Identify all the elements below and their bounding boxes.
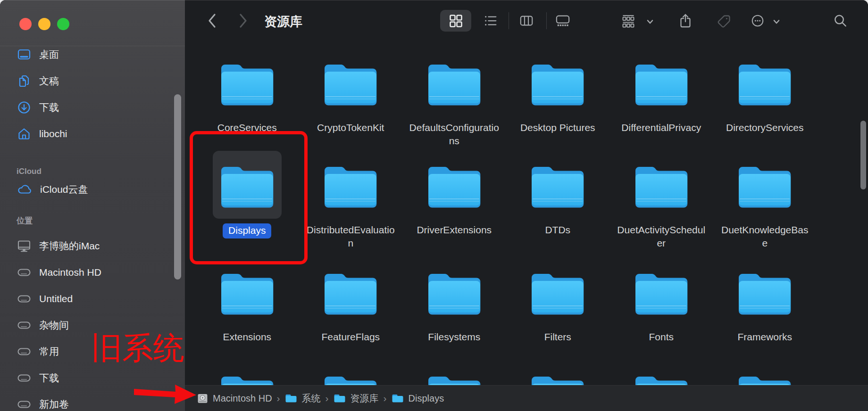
- folder-item[interactable]: Fonts: [609, 270, 713, 344]
- home-icon: [17, 127, 31, 141]
- folder-item[interactable]: Frameworks: [713, 270, 817, 344]
- folder-icon: [426, 270, 482, 315]
- folder-item[interactable]: Extensions: [195, 270, 299, 344]
- sidebar-item-home[interactable]: libochi: [0, 121, 185, 147]
- folder-item[interactable]: DifferentialPrivacy: [609, 60, 713, 148]
- path-label: 系统: [302, 392, 321, 405]
- path-item-macintosh-hd[interactable]: Macintosh HD: [197, 393, 272, 404]
- sidebar-scrollbar-thumb[interactable]: [174, 94, 181, 279]
- annotation-box: [190, 131, 308, 264]
- list-view-icon: [484, 14, 498, 28]
- search-button[interactable]: [833, 13, 848, 28]
- sidebar-item-desktop[interactable]: 桌面: [0, 41, 185, 68]
- desktop-icon: [17, 48, 31, 61]
- sidebar-item-label: Untitled: [39, 293, 73, 304]
- path-item-system[interactable]: 系统: [285, 392, 321, 405]
- columns-view-button[interactable]: [519, 14, 534, 28]
- folder-label: Extensions: [223, 330, 271, 344]
- more-chevron[interactable]: [773, 18, 780, 25]
- zoom-button[interactable]: [57, 18, 69, 30]
- folder-item[interactable]: DTDs: [506, 163, 610, 250]
- path-separator: ›: [384, 393, 387, 404]
- folder-label: Fonts: [649, 330, 674, 344]
- sidebar-item-imac[interactable]: 李博驰的iMac: [0, 233, 185, 259]
- close-button[interactable]: [19, 18, 32, 30]
- group-button[interactable]: [621, 14, 636, 29]
- drive-icon: [17, 399, 31, 410]
- search-icon: [833, 13, 848, 28]
- folder-label: DriverExtensions: [417, 223, 492, 237]
- annotation-arrow: [131, 382, 200, 404]
- sidebar-item-macintosh-hd[interactable]: Macintosh HD: [0, 259, 185, 286]
- folder-item[interactable]: FeatureFlags: [299, 270, 403, 344]
- more-options-button[interactable]: [751, 14, 765, 28]
- sidebar-item-label: libochi: [39, 128, 67, 140]
- folder-icon: [634, 163, 689, 208]
- folder-icon: [634, 270, 689, 315]
- drive-icon: [17, 267, 31, 278]
- folder-item[interactable]: DriverExtensions: [402, 163, 506, 250]
- sidebar-item-untitled[interactable]: Untitled: [0, 286, 185, 312]
- list-view-button[interactable]: [484, 14, 498, 28]
- columns-view-icon: [519, 14, 534, 28]
- gallery-view-button[interactable]: [556, 14, 570, 28]
- drive-icon: [17, 373, 31, 383]
- group-chevron[interactable]: [646, 18, 654, 25]
- back-button[interactable]: [206, 12, 219, 29]
- folder-label: Desktop Pictures: [520, 121, 595, 134]
- path-item-library[interactable]: 资源库: [334, 392, 379, 405]
- minimize-button[interactable]: [38, 18, 50, 30]
- folder-label: DistributedEvaluation: [304, 223, 397, 250]
- download-icon: [17, 100, 31, 115]
- toolbar-divider: [509, 12, 509, 29]
- grid-view-button[interactable]: [440, 10, 471, 32]
- folder-item[interactable]: DistributedEvaluation: [299, 163, 403, 250]
- folder-item[interactable]: DuetActivityScheduler: [609, 163, 713, 250]
- folder-label: FeatureFlags: [321, 330, 380, 344]
- folder-label: DefaultsConfigurations: [408, 121, 501, 148]
- sidebar-section-locations: 位置: [0, 209, 185, 226]
- folder-item[interactable]: DefaultsConfigurations: [402, 60, 506, 148]
- path-separator: ›: [326, 393, 329, 404]
- folder-icon: [426, 60, 482, 106]
- drive-icon: [17, 294, 31, 304]
- folder-icon: [737, 60, 793, 106]
- sidebar-item-documents[interactable]: 文稿: [0, 68, 185, 94]
- folder-icon: [737, 270, 793, 315]
- folder-label: DifferentialPrivacy: [621, 121, 701, 134]
- folder-item[interactable]: Desktop Pictures: [506, 60, 610, 148]
- main-area: 资源库: [185, 0, 868, 411]
- sidebar-item-icloud-drive[interactable]: iCloud云盘: [0, 176, 185, 203]
- folder-icon: [634, 60, 689, 106]
- sidebar-item-downloads[interactable]: 下载: [0, 94, 185, 121]
- folder-label: DuetKnowledgeBase: [718, 223, 811, 250]
- sidebar-item-label: 杂物间: [39, 319, 69, 332]
- folder-item[interactable]: CryptoTokenKit: [299, 60, 403, 148]
- share-button[interactable]: [678, 13, 693, 29]
- sidebar-item-label: 文稿: [39, 74, 59, 88]
- sidebar-section-icloud: iCloud: [0, 159, 185, 176]
- folder-item[interactable]: Filesystems: [402, 270, 506, 344]
- sidebar-item-label: 桌面: [39, 48, 59, 61]
- folder-label: Filters: [544, 330, 571, 344]
- folder-item[interactable]: Filters: [506, 270, 610, 344]
- sidebar-item-label: Macintosh HD: [39, 267, 101, 278]
- tag-button[interactable]: [717, 14, 732, 29]
- folder-icon: [426, 163, 482, 208]
- page-title: 资源库: [264, 13, 302, 30]
- folder-label: Frameworks: [737, 330, 792, 344]
- annotation-text: 旧系统: [91, 329, 184, 367]
- content-scrollbar-thumb[interactable]: [860, 121, 866, 189]
- path-item-displays[interactable]: Displays: [392, 393, 444, 404]
- folder-item[interactable]: DirectoryServices: [713, 60, 817, 148]
- path-label: Displays: [409, 393, 444, 404]
- folder-label: CryptoTokenKit: [317, 121, 384, 134]
- folder-label: DirectoryServices: [726, 121, 804, 134]
- more-icon: [751, 14, 765, 28]
- imac-icon: [17, 239, 31, 253]
- folder-icon: [530, 60, 585, 106]
- folder-icon: [323, 163, 378, 208]
- forward-button[interactable]: [236, 12, 250, 29]
- window-controls: [19, 18, 69, 30]
- folder-item[interactable]: DuetKnowledgeBase: [713, 163, 817, 250]
